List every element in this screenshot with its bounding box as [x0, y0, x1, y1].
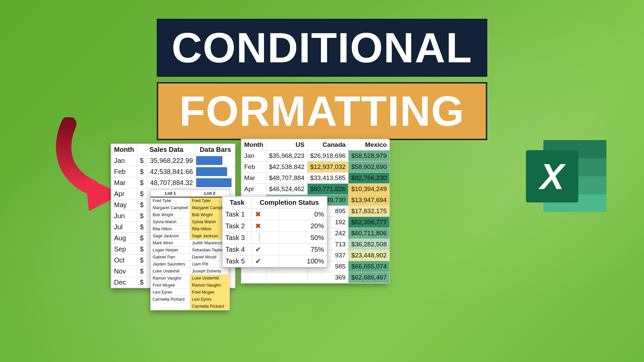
- list1-cell: Sage Jackson: [151, 233, 190, 240]
- table-row: Rita HiltonRita Hilton: [151, 226, 230, 233]
- cc-month: Month: [241, 139, 266, 150]
- table-row: 369$62,686,467: [241, 272, 390, 283]
- currency-cell: $: [137, 222, 147, 233]
- title-line-2: FORMATTING: [157, 82, 487, 140]
- table-row: Luke UnderhillJoseph Doherty: [151, 268, 230, 275]
- currency-cell: $: [137, 177, 147, 188]
- list1-cell: Fred Tyler: [151, 197, 190, 204]
- table-row: Carmella PickardLexi Eyres: [151, 296, 230, 303]
- pct-cell: 50%: [279, 232, 327, 244]
- currency-cell: $: [137, 233, 147, 244]
- table-row: Carmella Pickard: [151, 303, 230, 310]
- month-cell: Jul: [111, 222, 137, 233]
- databar-cell: [196, 177, 235, 188]
- exclamation-icon: ❕: [255, 233, 262, 242]
- month-cell: May: [111, 199, 137, 210]
- table-row: Task 5✔100%: [223, 255, 327, 267]
- table-row: Mar$48,707,884.32: [111, 177, 235, 188]
- table-row: Mar$48,707,884$33,413,585$82,766,230: [241, 173, 390, 184]
- title-line-1: CONDITIONAL: [157, 19, 487, 77]
- task-cell: Task 3: [223, 232, 252, 244]
- table-row: Margaret CampbellMargaret Campbell: [151, 204, 230, 212]
- currency-cell: $: [137, 199, 147, 210]
- list2-cell: Joseph Doherty: [190, 268, 229, 275]
- month-cell: Mar: [111, 177, 137, 188]
- canada-cell: $26,918,696: [307, 150, 348, 162]
- col-sales: Sales Data: [137, 144, 196, 155]
- list1-cell: Sylvia Walsh: [151, 219, 190, 226]
- currency-cell: $: [137, 210, 147, 222]
- cross-icon: ✖: [255, 222, 262, 230]
- list1-cell: Gabriel Parr: [151, 254, 190, 261]
- check-icon: ✔: [255, 245, 262, 253]
- lists-table: List 1 List 2 Fred TylerFred TylerMargar…: [151, 190, 230, 310]
- list2-cell: Fred Mcgee: [190, 289, 229, 296]
- us-cell: $48,707,884: [266, 173, 307, 184]
- value-cell: 48,707,884.32: [147, 177, 196, 188]
- month-cell: [241, 272, 266, 283]
- currency-cell: $: [137, 155, 147, 166]
- table-row: Mark WrenJudith Mackenzie: [151, 240, 230, 247]
- mexico-cell: $66,655,074: [348, 261, 390, 272]
- status-icon-cell: ✖: [252, 220, 279, 232]
- mexico-cell: $13,947,694: [348, 195, 390, 206]
- month-cell: Feb: [241, 162, 266, 173]
- canada-cell: $12,937,032: [307, 162, 348, 173]
- table-row: Bob WrightBob Wright: [151, 212, 230, 219]
- list1-cell: Fred Mcgee: [151, 282, 190, 289]
- list1-cell: Margaret Campbell: [151, 204, 190, 212]
- table-row: Feb$42,538,842$12,937,032$58,902,690: [241, 162, 390, 173]
- task-cell: Task 1: [223, 208, 252, 220]
- month-cell: Jun: [111, 210, 137, 222]
- month-cell: Aug: [111, 233, 137, 244]
- month-cell: Sep: [111, 244, 137, 255]
- table-row: Task 2✖20%: [223, 220, 327, 232]
- month-cell: Dec: [111, 277, 137, 288]
- pct-cell: 0%: [279, 208, 327, 220]
- us-cell: [266, 272, 307, 283]
- table-row: Logan HarperSebastian Taylor: [151, 247, 230, 254]
- status-icon-cell: ✔: [252, 255, 279, 267]
- month-cell: Apr: [111, 188, 137, 199]
- task-table: Task Completion Status Task 1✖0%Task 2✖2…: [222, 196, 327, 267]
- mexico-cell: $82,356,777: [348, 217, 390, 228]
- title-block: CONDITIONAL FORMATTING: [157, 19, 487, 140]
- mexico-cell: $36,282,508: [348, 239, 390, 250]
- us-cell: $42,538,842: [266, 162, 307, 173]
- table-row: Gabriel ParrDaniel Mould: [151, 254, 230, 261]
- table-row: Sage JacksonSage Jackson: [151, 233, 230, 240]
- table-row: Sylvia WalshSylvia Walsh: [151, 219, 230, 226]
- task-cell: Task 2: [223, 220, 252, 232]
- list1-cell: Lexi Eyres: [151, 289, 190, 296]
- list1-cell: Logan Harper: [151, 247, 190, 254]
- mexico-cell: $58,528,979: [348, 150, 390, 162]
- table-row: Feb$42,538,841.66: [111, 166, 235, 177]
- databar-cell: [196, 166, 235, 177]
- list1-cell: Ramon Vaughn: [151, 275, 190, 282]
- task-header: Task: [223, 197, 252, 208]
- currency-cell: $: [137, 255, 147, 266]
- table-row: Jan$35,968,222.99: [111, 155, 235, 166]
- currency-cell: $: [137, 166, 147, 177]
- task-cell: Task 4: [223, 244, 252, 255]
- table-row: Fred TylerFred Tyler: [151, 197, 230, 204]
- cc-canada: Canada: [307, 139, 348, 150]
- table-row: Fred McgeeRamon Vaughn: [151, 282, 230, 289]
- currency-cell: $: [137, 244, 147, 255]
- month-cell: Nov: [111, 266, 137, 277]
- cross-icon: ✖: [255, 210, 262, 218]
- task-completion-panel: Task Completion Status Task 1✖0%Task 2✖2…: [222, 196, 327, 267]
- mexico-cell: $62,686,467: [348, 272, 390, 283]
- mexico-cell: $17,832,175: [348, 206, 390, 217]
- status-icon-cell: ✖: [252, 208, 279, 220]
- list1-cell: Carmella Pickard: [151, 296, 190, 303]
- value-cell: 35,968,222.99: [147, 155, 196, 166]
- month-cell: Jan: [241, 150, 266, 162]
- pct-cell: 100%: [279, 255, 327, 267]
- value-cell: 42,538,841.66: [147, 166, 196, 177]
- list2-cell: Lexi Eyres: [190, 296, 229, 303]
- month-cell: Jan: [111, 155, 137, 166]
- list2-cell: Carmella Pickard: [190, 303, 229, 310]
- table-row: Task 4✔75%: [223, 244, 327, 255]
- task-cell: Task 5: [223, 255, 252, 267]
